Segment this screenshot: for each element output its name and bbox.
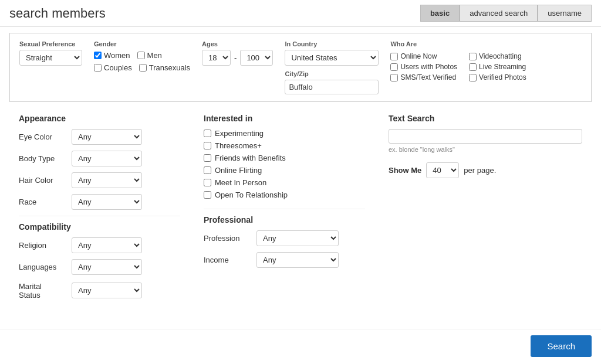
tab-basic[interactable]: basic	[420, 5, 460, 22]
ages-group: Ages 1819202530 - 100807060	[202, 40, 273, 94]
ages-row: 1819202530 - 100807060	[202, 50, 273, 66]
income-select[interactable]: Any	[256, 252, 339, 268]
basic-search-row: Sexual Preference Straight Gay/Lesbian B…	[19, 40, 582, 94]
mid-column: Interested in Experimenting Threesomes+ …	[190, 108, 379, 311]
age-min-select[interactable]: 1819202530	[202, 50, 231, 66]
who-users-photos[interactable]: Users with Photos	[390, 63, 457, 71]
gender-women[interactable]: Women	[94, 51, 130, 60]
basic-search-panel: Sexual Preference Straight Gay/Lesbian B…	[9, 33, 592, 102]
languages-row: Languages Any	[19, 259, 180, 275]
gender-options: Women Men	[94, 51, 190, 60]
tab-username[interactable]: username	[538, 5, 592, 22]
profession-select[interactable]: Any	[256, 230, 339, 246]
profession-row: Profession Any	[204, 230, 365, 246]
interested-open-relationship-label: Open To Relationship	[215, 190, 288, 199]
compatibility-title: Compatibility	[19, 222, 180, 232]
text-search-input[interactable]	[389, 129, 582, 144]
text-search-title: Text Search	[389, 114, 582, 123]
race-row: Race Any	[19, 194, 180, 210]
city-zip-input[interactable]	[285, 80, 379, 94]
show-me-label: Show Me	[389, 166, 421, 175]
professional-title: Professional	[204, 215, 365, 224]
footer-row: Search	[0, 329, 601, 363]
text-search-hint: ex. blonde "long walks"	[389, 146, 582, 153]
interested-experimenting-label: Experimenting	[215, 129, 264, 138]
who-videochatting[interactable]: Videochatting	[469, 52, 536, 60]
interested-online-flirting-label: Online Flirting	[215, 166, 262, 175]
interested-friends-benefits[interactable]: Friends with Benefits	[204, 154, 365, 162]
hair-color-select[interactable]: Any	[72, 172, 142, 188]
per-page-label: per page.	[464, 166, 496, 175]
who-verified-photos[interactable]: Verified Photos	[469, 73, 536, 81]
right-column: Text Search ex. blonde "long walks" Show…	[379, 108, 592, 311]
religion-label: Religion	[19, 241, 72, 250]
tab-group: basic advanced search username	[420, 5, 592, 22]
gender-transexuals[interactable]: Transexuals	[139, 63, 190, 72]
gender-men[interactable]: Men	[137, 51, 162, 60]
interested-friends-benefits-label: Friends with Benefits	[215, 154, 286, 162]
income-row: Income Any	[204, 252, 365, 268]
page-header: search members basic advanced search use…	[0, 0, 601, 27]
tab-advanced-search[interactable]: advanced search	[460, 5, 538, 22]
body-type-select[interactable]: Any	[72, 151, 142, 166]
profession-label: Profession	[204, 234, 256, 243]
advanced-panel: Appearance Eye Color Any Body Type Any H…	[9, 108, 592, 323]
religion-row: Religion Any	[19, 237, 180, 253]
who-are-grid: Online Now Videochatting Users with Phot…	[390, 52, 535, 81]
languages-label: Languages	[19, 263, 72, 271]
who-online-now[interactable]: Online Now	[390, 52, 457, 60]
who-sms-verified[interactable]: SMS/Text Verified	[390, 73, 457, 81]
interested-threesomes-label: Threesomes+	[215, 141, 262, 150]
marital-status-row: MaritalStatus Any	[19, 281, 180, 300]
interested-online-flirting[interactable]: Online Flirting	[204, 166, 365, 175]
race-label: Race	[19, 198, 72, 206]
who-are-group: Who Are Online Now Videochatting Users w…	[390, 40, 535, 94]
body-type-row: Body Type Any	[19, 151, 180, 166]
eye-color-select[interactable]: Any	[72, 129, 142, 145]
who-live-streaming[interactable]: Live Streaming	[469, 63, 536, 71]
interested-open-relationship[interactable]: Open To Relationship	[204, 190, 365, 199]
who-are-label: Who Are	[390, 40, 535, 47]
gender-couples[interactable]: Couples	[94, 63, 132, 72]
age-max-select[interactable]: 100807060	[240, 50, 273, 66]
hair-color-row: Hair Color Any	[19, 172, 180, 188]
gender-label: Gender	[94, 40, 190, 47]
in-country-select[interactable]: United States Canada United Kingdom	[285, 50, 379, 66]
income-label: Income	[204, 256, 256, 264]
in-country-label: In Country	[285, 40, 379, 47]
interested-in-list: Experimenting Threesomes+ Friends with B…	[204, 129, 365, 199]
body-type-label: Body Type	[19, 154, 72, 163]
interested-threesomes[interactable]: Threesomes+	[204, 141, 365, 150]
languages-select[interactable]: Any	[72, 259, 142, 275]
appearance-title: Appearance	[19, 114, 180, 123]
ages-label: Ages	[202, 40, 273, 47]
search-button[interactable]: Search	[531, 335, 592, 357]
show-me-select[interactable]: 40 10 20 60 80 100	[426, 162, 459, 178]
show-me-row: Show Me 40 10 20 60 80 100 per page.	[389, 162, 582, 178]
sexual-preference-label: Sexual Preference	[19, 40, 82, 47]
sexual-preference-group: Sexual Preference Straight Gay/Lesbian B…	[19, 40, 82, 94]
race-select[interactable]: Any	[72, 194, 142, 210]
hair-color-label: Hair Color	[19, 176, 72, 185]
adv-columns: Appearance Eye Color Any Body Type Any H…	[9, 108, 592, 311]
ages-separator: -	[234, 53, 237, 62]
gender-options-2: Couples Transexuals	[94, 63, 190, 72]
interested-meet-in-person-label: Meet In Person	[215, 178, 266, 187]
eye-color-row: Eye Color Any	[19, 129, 180, 145]
sexual-preference-select[interactable]: Straight Gay/Lesbian Bisexual	[19, 50, 82, 66]
page-title: search members	[9, 6, 106, 21]
in-country-group: In Country United States Canada United K…	[285, 40, 379, 94]
interested-meet-in-person[interactable]: Meet In Person	[204, 178, 365, 187]
gender-group: Gender Women Men Couples Transexuals	[94, 40, 190, 94]
interested-experimenting[interactable]: Experimenting	[204, 129, 365, 138]
marital-status-select[interactable]: Any	[72, 283, 142, 298]
city-zip-label: City/Zip	[285, 70, 379, 77]
interested-in-title: Interested in	[204, 114, 365, 123]
left-column: Appearance Eye Color Any Body Type Any H…	[9, 108, 190, 311]
marital-status-label: MaritalStatus	[19, 281, 72, 300]
eye-color-label: Eye Color	[19, 132, 72, 141]
religion-select[interactable]: Any	[72, 237, 142, 253]
